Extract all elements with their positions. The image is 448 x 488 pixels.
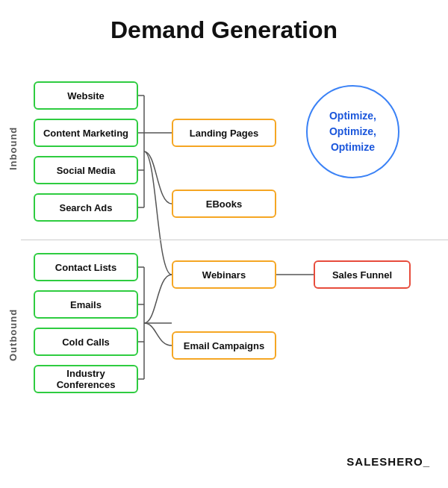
diagram-area: Inbound Outbound Website Content Marketi… <box>0 51 448 477</box>
inbound-label: Inbound <box>7 81 19 216</box>
emails-box: Emails <box>34 290 138 319</box>
branding-label: SALESHERO_ <box>346 455 430 468</box>
page-title: Demand Generation <box>0 0 448 51</box>
website-box: Website <box>34 81 138 110</box>
contact-lists-box: Contact Lists <box>34 253 138 281</box>
sales-funnel-box: Sales Funnel <box>314 260 411 289</box>
content-marketing-box: Content Marketing <box>34 119 138 147</box>
webinars-box: Webinars <box>172 260 276 289</box>
optimize-text: Optimize, Optimize, Optimize <box>329 108 376 155</box>
page: Demand Generation <box>0 0 448 488</box>
section-divider <box>21 240 448 240</box>
industry-conferences-box: Industry Conferences <box>34 365 138 393</box>
search-ads-box: Search Ads <box>34 193 138 222</box>
email-campaigns-box: Email Campaigns <box>172 331 276 360</box>
optimize-circle: Optimize, Optimize, Optimize <box>306 85 399 178</box>
landing-pages-box: Landing Pages <box>172 119 276 147</box>
cold-calls-box: Cold Calls <box>34 328 138 356</box>
ebooks-box: EBooks <box>172 190 276 218</box>
outbound-label: Outbound <box>7 253 19 417</box>
social-media-box: Social Media <box>34 156 138 184</box>
